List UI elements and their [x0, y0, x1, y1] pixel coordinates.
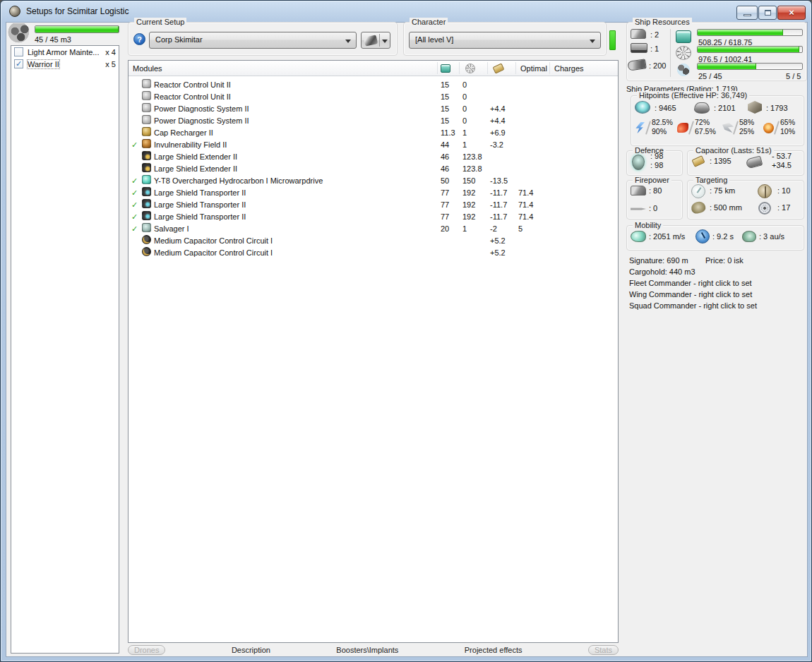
max-targets-value: : 10 — [777, 186, 790, 195]
modules-body[interactable]: Reactor Control Unit II150Reactor Contro… — [129, 76, 618, 642]
checkbox-checked-icon[interactable]: ✓ — [14, 59, 23, 68]
tab-stats[interactable]: Stats — [588, 645, 619, 655]
squad-commander-text[interactable]: Squad Commander - right click to set — [629, 301, 757, 310]
module-row[interactable]: ✓Y-T8 Overcharged Hydrocarbon I Microwar… — [129, 175, 618, 187]
module-powergrid-value: 1 — [462, 139, 467, 151]
module-cap-value: +4.4 — [490, 103, 506, 115]
checkbox-unchecked-icon[interactable] — [14, 47, 23, 56]
microwarpdrive-icon — [142, 175, 151, 184]
tab-drones[interactable]: Drones — [128, 645, 165, 655]
drone-name[interactable]: Light Armor Mainte... — [28, 48, 100, 56]
shield-hp-icon — [635, 101, 650, 114]
character-select[interactable]: [All level V] — [409, 32, 601, 49]
firepower-turret-icon — [631, 186, 646, 195]
app-icon — [9, 6, 20, 17]
module-row[interactable]: Power Diagnostic System II150+4.4 — [129, 103, 618, 115]
salvager-icon — [142, 223, 151, 232]
module-cap-value: -3.2 — [490, 139, 503, 151]
targeting-range-icon — [691, 184, 705, 198]
module-active-check-icon: ✓ — [131, 199, 138, 211]
module-name: Large Shield Transporter II — [154, 187, 246, 199]
module-cpu-value: 50 — [441, 175, 449, 187]
powergrid-column-icon — [465, 64, 475, 73]
module-row[interactable]: ✓Large Shield Transporter II77192-11.771… — [129, 211, 618, 223]
chevron-down-icon — [590, 40, 595, 43]
drone-name[interactable]: Warrior II — [28, 60, 59, 68]
module-name: Large Shield Extender II — [154, 163, 237, 175]
launcher-hardpoints-icon — [631, 43, 647, 53]
cpu-column-icon — [441, 64, 450, 73]
price-text: Price: 0 isk — [705, 256, 744, 265]
module-name: Power Diagnostic System II — [154, 115, 249, 127]
mobility-title: Mobility — [633, 221, 663, 229]
module-cap-value: -11.7 — [490, 199, 507, 211]
module-row[interactable]: ✓Invulnerability Field II441-3.2 — [129, 139, 618, 151]
module-powergrid-value: 150 — [462, 175, 475, 187]
module-row[interactable]: Reactor Control Unit II150 — [129, 91, 618, 103]
tab-description[interactable]: Description — [232, 646, 270, 654]
module-cpu-value: 15 — [441, 79, 449, 91]
bottom-tab-bar: DronesDescriptionBoosters\ImplantsProjec… — [128, 644, 619, 656]
module-row[interactable]: Large Shield Extender II46123.8 — [129, 163, 618, 175]
wing-commander-text[interactable]: Wing Commander - right click to set — [629, 290, 752, 299]
module-row[interactable]: ✓Large Shield Transporter II77192-11.771… — [129, 187, 618, 199]
modules-column-title: Modules — [133, 64, 162, 73]
module-row[interactable]: Medium Capacitor Control Circuit I+5.2 — [129, 235, 618, 247]
module-cap-value: -11.7 — [490, 187, 507, 199]
help-icon[interactable]: ? — [133, 33, 145, 45]
modules-table: Modules Optimal Charges Reactor Control … — [128, 60, 619, 643]
module-powergrid-value: 0 — [462, 115, 467, 127]
cap-recharger-icon — [142, 127, 151, 136]
setup-tools-button[interactable] — [361, 32, 390, 49]
module-name: Y-T8 Overcharged Hydrocarbon I Microwarp… — [154, 175, 323, 187]
module-row[interactable]: ✓Salvager I201-25 — [129, 223, 618, 235]
cpu-icon — [676, 30, 691, 43]
kinetic-resist-shield: 58% — [739, 118, 754, 126]
power-diagnostic-icon — [142, 115, 151, 124]
module-name: Large Shield Extender II — [154, 151, 237, 163]
rig-calibration-value: : 200 — [649, 61, 666, 70]
maximize-icon — [765, 10, 771, 16]
drone-list-item[interactable]: ✓Warrior IIx 5 — [11, 58, 119, 70]
max-velocity-value: : 2051 m/s — [649, 232, 685, 241]
module-row[interactable]: Cap Recharger II11.31+6.9 — [129, 127, 618, 139]
charges-column-title: Charges — [554, 64, 584, 73]
tab-projected-effects[interactable]: Projected effects — [465, 646, 523, 654]
maximize-button[interactable] — [758, 6, 777, 20]
module-powergrid-value: 123.8 — [462, 151, 482, 163]
module-cpu-value: 46 — [441, 151, 449, 163]
module-row[interactable]: ✓Large Shield Transporter II77192-11.771… — [129, 199, 618, 211]
module-optimal-value: 71.4 — [518, 211, 533, 223]
thermal-resist-armor: 67.5% — [695, 127, 716, 136]
module-name: Salvager I — [154, 223, 189, 235]
scan-resolution-value: : 500 mm — [710, 203, 742, 212]
close-button[interactable]: × — [777, 6, 806, 20]
minimize-button[interactable] — [736, 6, 758, 20]
kinetic-resist-armor: 25% — [739, 127, 754, 136]
explosive-resist-icon — [763, 123, 774, 133]
explosive-resist-shield: 65% — [780, 118, 795, 126]
module-powergrid-value: 1 — [462, 127, 467, 139]
drone-list-item[interactable]: Light Armor Mainte...x 4 — [11, 46, 119, 58]
module-row[interactable]: Power Diagnostic System II150+4.4 — [129, 115, 618, 127]
tab-boosters-implants[interactable]: Boosters\Implants — [336, 646, 398, 654]
sensor-strength-value: : 17 — [777, 203, 790, 212]
fleet-commander-text[interactable]: Fleet Commander - right click to set — [629, 279, 752, 287]
character-label: Character — [410, 18, 448, 26]
drone-list[interactable]: Light Armor Mainte...x 4✓Warrior IIx 5 — [11, 45, 119, 654]
module-row[interactable]: Reactor Control Unit II150 — [129, 79, 618, 91]
divider — [379, 34, 380, 47]
module-row[interactable]: Large Shield Extender II46123.8 — [129, 151, 618, 163]
firepower-missile-value: : 0 — [649, 204, 657, 212]
shield-transporter-icon — [142, 187, 151, 196]
module-name: Cap Recharger II — [154, 127, 213, 139]
reactor-control-icon — [142, 91, 151, 100]
modules-header[interactable]: Modules Optimal Charges — [129, 61, 618, 76]
current-setup-select[interactable]: Corp Skimitar — [149, 32, 357, 49]
module-active-check-icon: ✓ — [131, 223, 138, 235]
module-row[interactable]: Medium Capacitor Control Circuit I+5.2 — [129, 247, 618, 259]
module-cpu-value: 77 — [441, 211, 449, 223]
close-icon: × — [778, 6, 805, 19]
firepower-title: Firepower — [633, 176, 671, 184]
drone-bar — [697, 63, 803, 70]
